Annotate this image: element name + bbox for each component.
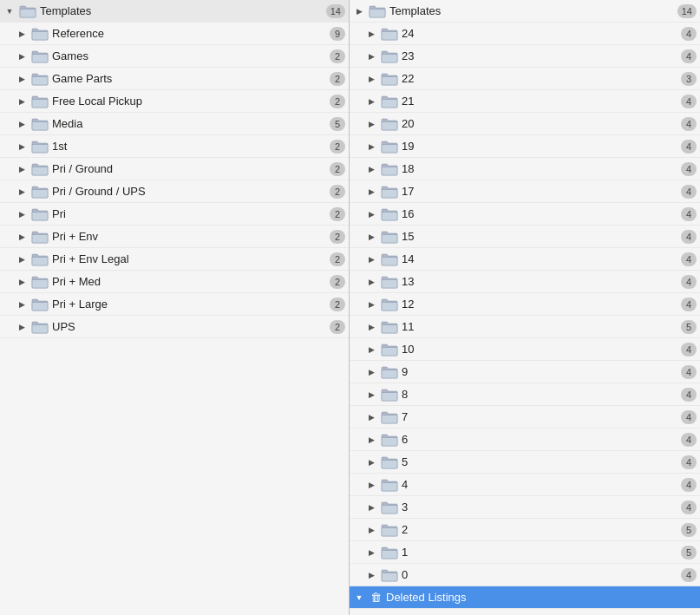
toggle-arrow-left-12[interactable] — [16, 298, 28, 311]
right-item-15[interactable]: 94 — [350, 361, 700, 383]
right-item-label-3: 21 — [402, 95, 677, 108]
right-item-badge-15: 4 — [681, 365, 697, 379]
toggle-arrow-right-18[interactable] — [365, 434, 377, 446]
toggle-arrow-right-0[interactable] — [365, 28, 377, 40]
left-item-4[interactable]: Media5 — [0, 113, 349, 135]
right-item-24[interactable]: 04 — [350, 564, 700, 586]
toggle-arrow-right-16[interactable] — [365, 389, 377, 401]
toggle-arrow-right-4[interactable] — [365, 118, 377, 130]
left-item-11[interactable]: Pri + Med2 — [0, 271, 349, 293]
toggle-arrow-right-5[interactable] — [365, 141, 377, 153]
left-item-5[interactable]: 1st2 — [0, 135, 349, 158]
toggle-arrow-right-22[interactable] — [365, 524, 377, 536]
right-item-14[interactable]: 104 — [350, 338, 700, 361]
left-item-12[interactable]: Pri + Large2 — [0, 293, 349, 316]
left-root-item[interactable]: Templates 14 — [0, 0, 349, 23]
toggle-arrow-left-8[interactable] — [16, 208, 28, 220]
right-item-3[interactable]: 214 — [350, 90, 700, 113]
toggle-arrow-right-17[interactable] — [365, 411, 377, 423]
right-item-18[interactable]: 64 — [350, 429, 700, 451]
right-item-8[interactable]: 164 — [350, 203, 700, 226]
toggle-arrow-left-9[interactable] — [16, 231, 28, 243]
right-item-12[interactable]: 124 — [350, 293, 700, 316]
right-item-label-6: 18 — [402, 162, 677, 175]
folder-icon-left-7 — [31, 185, 49, 199]
left-item-3[interactable]: Free Local Pickup2 — [0, 90, 349, 113]
toggle-arrow-left-10[interactable] — [16, 253, 28, 265]
right-item-badge-7: 4 — [681, 185, 697, 199]
left-item-badge-12: 2 — [330, 298, 345, 311]
toggle-arrow-right-2[interactable] — [365, 73, 377, 85]
right-item-label-10: 14 — [402, 252, 677, 265]
toggle-arrow-right-1[interactable] — [365, 50, 377, 62]
folder-icon-root-right — [369, 4, 386, 18]
right-item-23[interactable]: 15 — [350, 541, 700, 564]
right-item-badge-24: 4 — [681, 568, 697, 582]
right-item-4[interactable]: 204 — [350, 113, 700, 135]
toggle-arrow-right-12[interactable] — [365, 298, 377, 311]
toggle-arrow-right-6[interactable] — [365, 163, 377, 175]
toggle-arrow-left-0[interactable] — [16, 28, 28, 40]
toggle-arrow-left-6[interactable] — [16, 163, 28, 175]
right-root-item[interactable]: Templates 14 — [350, 0, 700, 23]
left-item-10[interactable]: Pri + Env Legal2 — [0, 248, 349, 271]
deleted-listings-item[interactable]: 🗑 Deleted Listings — [350, 586, 700, 609]
right-item-11[interactable]: 134 — [350, 271, 700, 293]
right-item-17[interactable]: 74 — [350, 406, 700, 429]
toggle-arrow-right-9[interactable] — [365, 231, 377, 243]
right-item-1[interactable]: 234 — [350, 45, 700, 68]
left-item-label-10: Pri + Env Legal — [52, 252, 326, 265]
toggle-arrow-deleted[interactable] — [353, 592, 365, 604]
left-item-2[interactable]: Game Parts2 — [0, 68, 349, 90]
toggle-arrow-left-5[interactable] — [16, 141, 28, 153]
right-item-20[interactable]: 44 — [350, 474, 700, 496]
right-item-label-12: 12 — [402, 298, 677, 311]
right-item-5[interactable]: 194 — [350, 135, 700, 158]
toggle-arrow-right-13[interactable] — [365, 321, 377, 333]
toggle-arrow-left-1[interactable] — [16, 50, 28, 62]
toggle-arrow-left-13[interactable] — [16, 321, 28, 333]
right-item-6[interactable]: 184 — [350, 158, 700, 180]
left-item-7[interactable]: Pri / Ground / UPS2 — [0, 180, 349, 203]
left-item-8[interactable]: Pri2 — [0, 203, 349, 226]
toggle-arrow-right-15[interactable] — [365, 366, 377, 378]
toggle-arrow-right-8[interactable] — [365, 208, 377, 220]
toggle-arrow-left-4[interactable] — [16, 118, 28, 130]
right-item-label-16: 8 — [402, 388, 677, 401]
toggle-arrow-left-3[interactable] — [16, 95, 28, 108]
right-item-label-20: 4 — [402, 478, 677, 491]
toggle-arrow-right-20[interactable] — [365, 479, 377, 491]
right-item-16[interactable]: 84 — [350, 383, 700, 406]
toggle-arrow-root-right[interactable] — [353, 5, 365, 17]
right-item-19[interactable]: 54 — [350, 451, 700, 474]
right-item-7[interactable]: 174 — [350, 180, 700, 203]
left-item-9[interactable]: Pri + Env2 — [0, 226, 349, 248]
right-item-0[interactable]: 244 — [350, 23, 700, 45]
toggle-arrow-left-11[interactable] — [16, 276, 28, 288]
toggle-arrow-right-11[interactable] — [365, 276, 377, 288]
right-item-13[interactable]: 115 — [350, 316, 700, 338]
toggle-arrow-left-2[interactable] — [16, 73, 28, 85]
toggle-arrow-root-left[interactable] — [3, 5, 16, 17]
toggle-arrow-right-10[interactable] — [365, 253, 377, 265]
toggle-arrow-right-19[interactable] — [365, 456, 377, 468]
right-item-9[interactable]: 154 — [350, 226, 700, 248]
toggle-arrow-right-3[interactable] — [365, 95, 377, 108]
right-item-badge-22: 5 — [681, 523, 697, 537]
right-item-10[interactable]: 144 — [350, 248, 700, 271]
toggle-arrow-right-24[interactable] — [365, 569, 377, 581]
right-item-22[interactable]: 25 — [350, 519, 700, 541]
right-item-badge-8: 4 — [681, 207, 697, 221]
left-item-6[interactable]: Pri / Ground2 — [0, 158, 349, 180]
right-item-21[interactable]: 34 — [350, 496, 700, 519]
toggle-arrow-right-21[interactable] — [365, 501, 377, 514]
left-item-0[interactable]: Reference9 — [0, 23, 349, 45]
toggle-arrow-right-14[interactable] — [365, 343, 377, 356]
toggle-arrow-right-23[interactable] — [365, 546, 377, 559]
folder-icon-left-11 — [31, 275, 49, 289]
toggle-arrow-right-7[interactable] — [365, 186, 377, 198]
toggle-arrow-left-7[interactable] — [16, 186, 28, 198]
left-item-13[interactable]: UPS2 — [0, 316, 349, 338]
right-item-2[interactable]: 223 — [350, 68, 700, 90]
left-item-1[interactable]: Games2 — [0, 45, 349, 68]
